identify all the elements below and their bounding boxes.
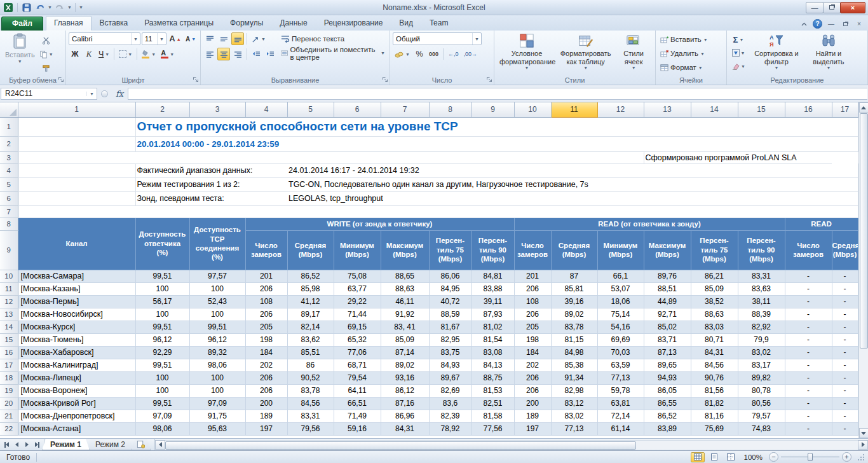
increase-indent-button[interactable] <box>264 48 276 60</box>
row-header[interactable]: 22 <box>0 422 18 435</box>
value-cell[interactable]: 200 <box>514 397 551 410</box>
value-cell[interactable]: - <box>785 384 832 397</box>
name-box[interactable]: R24C11 ▼ <box>1 88 97 100</box>
value-cell[interactable]: 84,56 <box>287 397 334 410</box>
column-header[interactable]: 8 <box>429 102 471 117</box>
bold-button[interactable]: Ж <box>69 48 81 60</box>
channel-cell[interactable]: [Москва-Казань] <box>18 282 135 295</box>
horizontal-scroll-thumb[interactable] <box>165 441 636 450</box>
value-cell[interactable]: - <box>832 308 858 321</box>
qat-customize-icon[interactable]: ▼ <box>79 5 83 10</box>
tab-home[interactable]: Главная <box>46 16 92 31</box>
value-cell[interactable]: - <box>785 270 832 282</box>
sort-filter-button[interactable]: АЯ Сортировка и фильтр ▼ <box>750 32 803 71</box>
align-center-button[interactable] <box>217 48 230 60</box>
column-header[interactable]: 10 <box>514 102 551 117</box>
value-cell[interactable]: - <box>785 321 832 333</box>
value-cell[interactable]: 77,13 <box>597 371 644 384</box>
value-cell[interactable]: 86,21 <box>691 270 738 282</box>
row-header[interactable]: 3 <box>0 151 18 163</box>
value-cell[interactable]: - <box>785 282 832 295</box>
value-cell[interactable]: 83,75 <box>429 346 471 359</box>
borders-button[interactable]: ▼ <box>117 48 134 60</box>
workbook-close-icon[interactable]: × <box>854 20 864 29</box>
delete-cells-button[interactable]: Удалить▼ <box>658 47 724 60</box>
name-box-dropdown-icon[interactable]: ▼ <box>86 92 97 96</box>
channel-cell[interactable]: [Москва-Липецк] <box>18 371 135 384</box>
value-cell[interactable]: 90,76 <box>691 371 738 384</box>
value-cell[interactable]: 95,63 <box>189 422 245 435</box>
value-cell[interactable]: 88,39 <box>738 308 785 321</box>
zoom-slider[interactable]: − + <box>769 452 851 462</box>
value-cell[interactable]: 63,77 <box>334 282 381 295</box>
metric-header[interactable]: Число замеров <box>785 230 832 270</box>
value-cell[interactable]: 89,17 <box>287 308 334 321</box>
row-header[interactable]: 8 <box>0 218 18 230</box>
scroll-down-icon[interactable] <box>859 428 868 438</box>
metric-header[interactable]: Минимум (Mbps) <box>334 230 381 270</box>
value-cell[interactable]: 89,76 <box>644 270 691 282</box>
value-cell[interactable]: 40,72 <box>429 295 471 308</box>
value-cell[interactable]: 108 <box>514 295 551 308</box>
value-cell[interactable]: 85,09 <box>691 282 738 295</box>
value-cell[interactable]: 92,71 <box>644 308 691 321</box>
value-cell[interactable]: 83,71 <box>644 333 691 346</box>
value-cell[interactable]: 197 <box>514 422 551 435</box>
column-header[interactable]: 3 <box>189 102 245 117</box>
value-cell[interactable]: 81,15 <box>551 333 597 346</box>
empty-cell[interactable] <box>18 177 135 191</box>
channel-cell[interactable]: [Москва-Самара] <box>18 270 135 282</box>
tab-file[interactable]: Файл <box>1 17 43 31</box>
value-cell[interactable]: 94,93 <box>644 371 691 384</box>
value-cell[interactable]: 82,51 <box>471 397 514 410</box>
tab-insert[interactable]: Вставка <box>92 16 137 31</box>
format-painter-button[interactable] <box>37 62 55 74</box>
read2-group-header[interactable]: READ <box>785 218 858 230</box>
value-cell[interactable]: 83,63 <box>738 282 785 295</box>
sheet-tab-rezhim1[interactable]: Режим 1 <box>42 439 90 450</box>
value-cell[interactable]: 69,69 <box>597 333 644 346</box>
row-header[interactable]: 9 <box>0 230 18 270</box>
value-cell[interactable]: 81,53 <box>471 384 514 397</box>
empty-cell[interactable] <box>18 151 644 163</box>
value-cell[interactable]: 87,93 <box>471 308 514 321</box>
empty-cell[interactable] <box>18 163 135 177</box>
metric-header[interactable]: Персен- тиль 75 (Mbps) <box>429 230 471 270</box>
value-cell[interactable]: 59,16 <box>334 422 381 435</box>
row-header[interactable]: 17 <box>0 359 18 371</box>
metric-header[interactable]: Средняя (Mbps) <box>832 230 858 270</box>
value-cell[interactable]: 89,32 <box>189 346 245 359</box>
value-cell[interactable]: 85,09 <box>381 333 429 346</box>
value-cell[interactable]: 97,09 <box>189 397 245 410</box>
value-cell[interactable]: 56,17 <box>135 295 189 308</box>
value-cell[interactable]: 108 <box>245 295 287 308</box>
value-cell[interactable]: 84,56 <box>691 359 738 371</box>
value-cell[interactable]: - <box>785 333 832 346</box>
meta-value-cell[interactable]: TGC-ON, Последовательно один канал за др… <box>287 177 691 191</box>
value-cell[interactable]: - <box>832 422 858 435</box>
value-cell[interactable]: - <box>832 282 858 295</box>
value-cell[interactable]: 59,78 <box>597 384 644 397</box>
value-cell[interactable]: 75,08 <box>334 270 381 282</box>
value-cell[interactable]: - <box>832 346 858 359</box>
column-header[interactable]: 11 <box>551 102 597 117</box>
value-cell[interactable]: - <box>785 308 832 321</box>
value-cell[interactable]: 83,02 <box>551 410 597 422</box>
value-cell[interactable]: 202 <box>514 359 551 371</box>
empty-cell[interactable] <box>691 191 858 205</box>
increase-decimal-button[interactable]: ←,0 <box>446 48 461 60</box>
save-icon[interactable] <box>21 2 32 13</box>
value-cell[interactable]: 29,22 <box>334 295 381 308</box>
page-layout-view-icon[interactable] <box>707 452 721 462</box>
row-header[interactable]: 15 <box>0 333 18 346</box>
value-cell[interactable]: 99,51 <box>189 321 245 333</box>
value-cell[interactable]: 206 <box>514 308 551 321</box>
align-right-button[interactable] <box>231 48 244 60</box>
excel-logo-icon[interactable] <box>3 2 14 13</box>
value-cell[interactable]: 81,82 <box>691 397 738 410</box>
channel-cell[interactable]: [Москва-Курск] <box>18 321 135 333</box>
zoom-in-icon[interactable]: + <box>842 452 851 462</box>
decrease-decimal-button[interactable]: ,00→ <box>461 48 479 60</box>
value-cell[interactable]: 86 <box>287 359 334 371</box>
value-cell[interactable]: 83,08 <box>471 346 514 359</box>
